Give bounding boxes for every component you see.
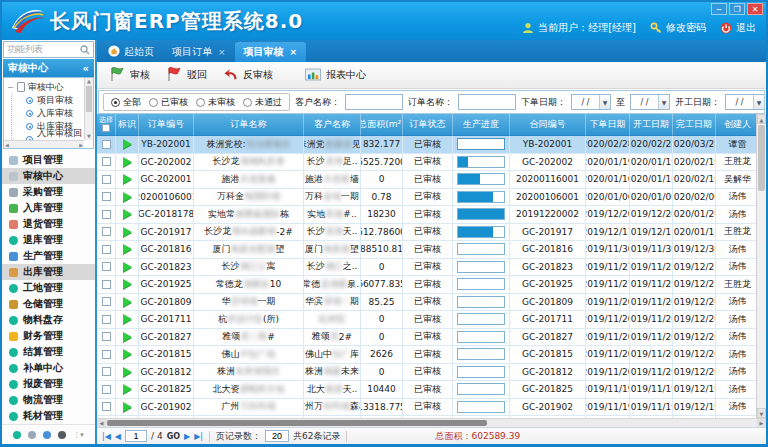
- row-checkbox[interactable]: [102, 210, 111, 219]
- table-row[interactable]: GC-201823长沙湘江公寓长沙湘江之..0已审核GC-2018232019/…: [97, 259, 756, 277]
- sidebar-item-工地管理[interactable]: 工地管理: [2, 280, 95, 296]
- column-header-开工日期[interactable]: 开工日期: [630, 114, 673, 136]
- table-row[interactable]: GC-201825北大资源颐和天地北大资源天..10440已审核GC-20182…: [97, 381, 756, 399]
- tab-项目订单[interactable]: 项目订单×: [163, 42, 235, 62]
- book-icon[interactable]: [58, 431, 66, 439]
- order-date-from-picker[interactable]: / /▼: [571, 94, 611, 110]
- scrollbar-thumb[interactable]: [758, 125, 765, 191]
- collapse-panel-icon[interactable]: «: [83, 63, 89, 74]
- column-header-订单名称[interactable]: 订单名称: [194, 114, 304, 136]
- row-checkbox[interactable]: [102, 402, 111, 411]
- tree-root-audit-center[interactable]: − 审核中心: [7, 80, 83, 94]
- row-checkbox[interactable]: [102, 175, 111, 184]
- dropdown-icon[interactable]: ▼: [599, 95, 610, 109]
- hscrollbar-thumb[interactable]: [107, 420, 487, 426]
- close-tab-icon[interactable]: ×: [218, 47, 226, 57]
- radio-未审核[interactable]: 未审核: [196, 96, 235, 109]
- tab-起始页[interactable]: 起始页: [99, 42, 163, 62]
- scroll-down-icon[interactable]: ▼: [757, 408, 766, 418]
- sidebar-item-物流管理[interactable]: 物流管理: [2, 392, 95, 408]
- row-checkbox[interactable]: [102, 245, 111, 254]
- close-tab-icon[interactable]: ×: [290, 47, 298, 57]
- 报表中心-button[interactable]: 报表中心: [299, 65, 372, 85]
- sidebar-item-采购管理[interactable]: 采购管理: [2, 184, 95, 200]
- start-date-picker[interactable]: / /▼: [725, 94, 765, 110]
- sidebar-item-仓储管理[interactable]: 仓储管理: [2, 296, 95, 312]
- table-row[interactable]: GC-201925常德龙湖紫宸10常德龙湖紫泉..266077.835..已审核…: [97, 276, 756, 294]
- sidebar-item-财务管理[interactable]: 财务管理: [2, 328, 95, 344]
- table-row[interactable]: GC-201711杭州设计院(所)杭州院0已审核GC-2017112019/11…: [97, 311, 756, 329]
- radio-全部[interactable]: 全部: [111, 96, 141, 109]
- sidebar-item-结算管理[interactable]: 结算管理: [2, 344, 95, 360]
- row-checkbox[interactable]: [102, 262, 111, 271]
- tree-horizontal-scrollbar[interactable]: ◀▶: [4, 140, 84, 148]
- sidebar-item-退库管理[interactable]: 退库管理: [2, 232, 95, 248]
- row-checkbox[interactable]: [102, 280, 111, 289]
- leaf-icon[interactable]: [43, 431, 51, 439]
- first-page-button[interactable]: |◀: [102, 432, 111, 441]
- table-row[interactable]: GC-2018178实地常德蔷薇国际栋实地常德#..18230已审核201912…: [97, 206, 756, 224]
- table-row[interactable]: GC-201809华滨绿城一期华滨绿城一期85.25已审核GC-20180920…: [97, 294, 756, 312]
- prev-page-button[interactable]: ◀: [115, 432, 121, 441]
- scroll-up-icon[interactable]: ▲: [757, 114, 766, 124]
- more-icon[interactable]: ⋮▾: [73, 431, 84, 439]
- row-checkbox[interactable]: [102, 140, 111, 149]
- table-row[interactable]: GC-201815佛山中恒广场佛山中恒广库2626已审核GC-201815201…: [97, 346, 756, 364]
- column-header-完工日期[interactable]: 完工日期: [673, 114, 716, 136]
- row-checkbox[interactable]: [102, 157, 111, 166]
- dropdown-icon[interactable]: ▼: [658, 95, 669, 109]
- table-row[interactable]: GC-201827雅颂居二期#雅颂居2#0已审核GC-2018272019/11…: [97, 329, 756, 347]
- logout-button[interactable]: 退出: [720, 21, 756, 35]
- table-row[interactable]: GC-201812株洲未来城项目株洲城建未来0已审核GC-2018122019/…: [97, 364, 756, 382]
- column-header-总面积(m²)[interactable]: 总面积(m²): [361, 114, 403, 136]
- last-page-button[interactable]: ▶|: [194, 432, 203, 441]
- sidebar-item-补单中心[interactable]: 补单中心: [2, 360, 95, 376]
- sidebar-item-物料盘存[interactable]: 物料盘存: [2, 312, 95, 328]
- grid-horizontal-scrollbar[interactable]: ◀ ▶: [97, 418, 766, 427]
- 审核-button[interactable]: 审核: [103, 64, 156, 86]
- page-size-input[interactable]: [265, 430, 289, 442]
- row-checkbox[interactable]: [102, 385, 111, 394]
- dot-icon[interactable]: [13, 431, 21, 439]
- sidebar-item-项目管理[interactable]: 项目管理: [2, 152, 95, 168]
- sidebar-item-退货管理[interactable]: 退货管理: [2, 216, 95, 232]
- column-header-订单编号[interactable]: 订单编号: [139, 114, 194, 136]
- function-search-input[interactable]: 功能列表: [3, 41, 94, 58]
- radio-已审核[interactable]: 已审核: [149, 96, 188, 109]
- column-header-选择[interactable]: 选择: [97, 114, 116, 136]
- column-header-订单状态[interactable]: 订单状态: [403, 114, 453, 136]
- table-row[interactable]: 20200106001万科金域国际城万科金域一期0.78已审核202001060…: [97, 189, 756, 207]
- 反审核-button[interactable]: 反审核: [217, 65, 279, 85]
- maximize-button[interactable]: ❐: [729, 3, 745, 15]
- row-checkbox[interactable]: [102, 297, 111, 306]
- radio-未通过[interactable]: 未通过: [243, 96, 282, 109]
- order-date-to-picker[interactable]: / /▼: [630, 94, 670, 110]
- page-number-input[interactable]: [125, 430, 147, 442]
- sidebar-item-出库管理[interactable]: 出库管理: [2, 264, 95, 280]
- tree-item-入库审核[interactable]: 入库审核: [11, 107, 83, 120]
- next-page-button[interactable]: ▶: [184, 432, 190, 441]
- tree-expander-icon[interactable]: −: [7, 83, 14, 92]
- 驳回-button[interactable]: 驳回: [160, 64, 213, 86]
- row-checkbox[interactable]: [102, 350, 111, 359]
- close-button[interactable]: ✕: [747, 3, 763, 15]
- tree-item-项目审核[interactable]: 项目审核: [11, 94, 83, 107]
- sidebar-item-审核中心[interactable]: 审核中心: [2, 168, 95, 184]
- select-all-checkbox[interactable]: [102, 124, 110, 132]
- column-header-生产进度[interactable]: 生产进度: [453, 114, 510, 136]
- table-row[interactable]: YB-202001株洲党校:综合楼项目株洲党校建设见..832.177已审核YB…: [97, 136, 756, 154]
- row-checkbox[interactable]: [102, 367, 111, 376]
- customer-name-input[interactable]: [345, 94, 403, 110]
- scroll-left-icon[interactable]: ◀: [97, 419, 106, 427]
- sidebar-item-报废管理[interactable]: 报废管理: [2, 376, 95, 392]
- order-name-input[interactable]: [458, 94, 516, 110]
- row-checkbox[interactable]: [102, 315, 111, 324]
- column-header-标识[interactable]: 标识: [116, 114, 139, 136]
- row-checkbox[interactable]: [102, 332, 111, 341]
- minimize-button[interactable]: ─: [711, 3, 727, 15]
- sidebar-item-生产管理[interactable]: 生产管理: [2, 248, 95, 264]
- table-row[interactable]: GC-201917长沙龙湖水晶郦城-2#长沙龙湖天..8512.78600..已…: [97, 224, 756, 242]
- table-row[interactable]: GC-202001施港大道幕墙施港大道幕墙0已审核202001160012020…: [97, 171, 756, 189]
- row-checkbox[interactable]: [102, 227, 111, 236]
- cart-icon[interactable]: [28, 431, 36, 439]
